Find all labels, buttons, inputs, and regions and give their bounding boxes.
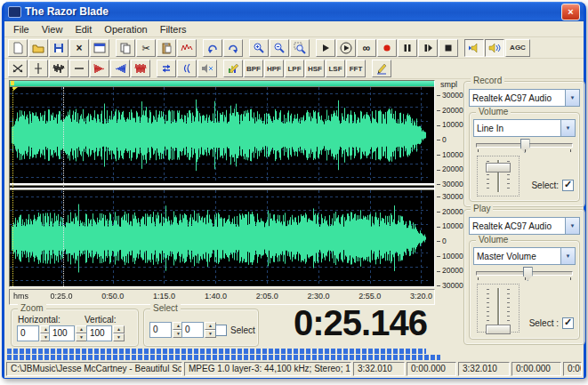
spinner-buttons[interactable]: ▲▼ (113, 325, 125, 341)
cut-button[interactable]: ✂ (136, 39, 156, 57)
menu-edit[interactable]: Edit (68, 23, 98, 36)
record-volume-slider[interactable] (477, 156, 520, 197)
open-file-button[interactable] (28, 39, 48, 57)
play-volume-slider[interactable] (477, 284, 520, 333)
dropdown-arrow-icon[interactable]: ▼ (565, 218, 579, 234)
spin-up-icon[interactable]: ▲ (113, 325, 125, 333)
zoom-out-icon (273, 42, 286, 54)
waveform-left-channel[interactable] (10, 87, 428, 183)
undo-button[interactable] (203, 39, 222, 57)
menu-filters[interactable]: Filters (154, 23, 193, 36)
playback-cursor[interactable] (63, 87, 64, 286)
zoom-out-button[interactable] (270, 39, 289, 57)
monitor-input-button[interactable] (464, 39, 484, 57)
mute-button[interactable] (197, 60, 217, 77)
properties-button[interactable] (90, 39, 109, 57)
hsf-button[interactable]: HSF (305, 60, 325, 77)
menu-file[interactable]: File (7, 23, 36, 36)
menu-view[interactable]: View (36, 23, 69, 36)
new-file-button[interactable] (8, 39, 28, 57)
play-select-checkbox[interactable] (562, 317, 574, 329)
hpf-button[interactable]: HPF (264, 60, 284, 77)
loop-button[interactable]: ∞ (357, 39, 376, 57)
lsf-button[interactable]: LSF (326, 60, 345, 77)
equalizer-button[interactable] (223, 60, 243, 77)
zoom-panel: Zoom Horizontal: Vertical: 0 ▲▼ 100 ▲▼ 1… (11, 309, 139, 347)
swap-channels-button[interactable] (8, 60, 28, 77)
waveform-right-channel[interactable] (10, 190, 428, 286)
select-end-value[interactable]: 0 (181, 322, 204, 338)
play-icon (319, 42, 332, 54)
spin-down-icon[interactable]: ▼ (113, 333, 125, 341)
pause-icon (401, 42, 414, 54)
signature-button[interactable] (372, 60, 391, 77)
bpf-button[interactable]: BPF (244, 60, 263, 77)
close-file-button[interactable]: × (69, 39, 89, 57)
play-device-select[interactable]: Realtek AC97 Audio ▼ (469, 217, 580, 235)
slider-groove (497, 288, 499, 328)
record-volume-thumb[interactable] (486, 163, 511, 172)
select-checkbox-row[interactable]: Select (215, 325, 255, 336)
h-zoom-value[interactable]: 100 (49, 325, 75, 341)
h-position-spinner[interactable]: 0 ▲▼ (17, 325, 52, 341)
redo-button[interactable] (223, 39, 243, 57)
record-volume-title: Volume (476, 107, 511, 117)
play-button[interactable] (316, 39, 335, 57)
select-start-spinner[interactable]: 0 ▲▼ (149, 322, 184, 338)
record-device-select[interactable]: Realtek AC97 Audio ▼ (469, 89, 580, 107)
time-tick-label: 1:15.0 (153, 292, 175, 301)
position-bar[interactable] (10, 81, 434, 87)
fade-in-button[interactable] (90, 60, 109, 77)
menu-operation[interactable]: Operation (98, 23, 153, 36)
center-marker-button[interactable] (28, 60, 48, 77)
dropdown-arrow-icon[interactable]: ▼ (560, 120, 575, 136)
waveform-display[interactable] (9, 80, 435, 287)
zoom-in-button[interactable] (249, 39, 269, 57)
status-format-info: MPEG 1.0 layer-3: 44,100 kHz; Stereo; 19… (184, 362, 351, 376)
v-zoom-value[interactable]: 100 (86, 325, 112, 341)
progress-fill (7, 355, 440, 360)
play-selection-button[interactable] (336, 39, 356, 57)
monitor-output-button[interactable] (485, 39, 504, 57)
step-button[interactable] (418, 39, 438, 57)
record-source-select[interactable]: Line In ▼ (473, 119, 576, 137)
normalize-button[interactable] (49, 60, 68, 77)
zoom-all-button[interactable] (290, 39, 310, 57)
copy-button[interactable] (116, 39, 135, 57)
save-file-button[interactable] (49, 39, 68, 57)
exchange-button[interactable] (157, 60, 176, 77)
amplitude-tick-label: 20000 (437, 107, 465, 114)
amplify-button[interactable] (131, 60, 150, 77)
start-marker[interactable] (12, 87, 13, 286)
play-balance-slider[interactable] (476, 271, 573, 276)
h-position-value[interactable]: 0 (17, 325, 39, 341)
paste-button[interactable] (157, 39, 176, 57)
agc-button[interactable]: AGC (505, 39, 530, 57)
select-end-spinner[interactable]: 0 ▲▼ (181, 322, 216, 338)
record-select-checkbox[interactable] (562, 180, 574, 191)
v-zoom-spinner[interactable]: 100 ▲▼ (86, 325, 125, 341)
dropdown-arrow-icon[interactable]: ▼ (560, 248, 575, 264)
play-source-select[interactable]: Master Volume ▼ (473, 247, 576, 265)
status-file-path: C:\JBMusic\Jesse McCartney - Beautiful S… (6, 362, 182, 376)
dropdown-arrow-icon[interactable]: ▼ (565, 90, 579, 106)
record-button[interactable] (377, 39, 397, 57)
record-select-row[interactable]: Select: (531, 180, 574, 191)
select-start-value[interactable]: 0 (149, 322, 172, 338)
fft-button[interactable]: FFT (346, 60, 366, 77)
razor-edit-button[interactable] (177, 39, 197, 57)
select-checkbox[interactable] (215, 325, 227, 336)
h-zoom-spinner[interactable]: 100 ▲▼ (49, 325, 87, 341)
lpf-button[interactable]: LPF (285, 60, 304, 77)
status-total-length: 3:32.010 (353, 362, 405, 376)
play-select-row[interactable]: Select : (529, 317, 574, 329)
close-button[interactable]: × (561, 4, 580, 20)
title-bar[interactable]: The Razor Blade × (4, 2, 584, 21)
echo-button[interactable] (177, 60, 197, 77)
play-volume-thumb[interactable] (486, 325, 511, 334)
record-balance-slider[interactable] (476, 143, 573, 148)
pause-button[interactable] (398, 39, 417, 57)
stop-button[interactable] (439, 39, 458, 57)
silence-button[interactable] (69, 60, 89, 77)
fade-out-button[interactable] (110, 60, 130, 77)
